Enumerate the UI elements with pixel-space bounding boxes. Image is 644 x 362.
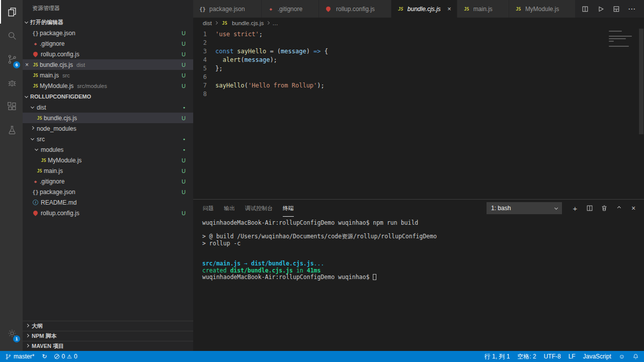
file-name: bundle.cjs.js [40, 61, 73, 68]
sync-icon: ↻ [42, 353, 47, 360]
open-editor-item[interactable]: JS main.js src U [23, 70, 193, 80]
tab-label: .gitignore [278, 6, 302, 13]
terminal-line: wuqinhaodeMacBook-Air:rollupConfigDemo w… [202, 220, 644, 227]
run-icon[interactable] [597, 6, 604, 13]
breadcrumb-segment[interactable]: dist [203, 20, 212, 26]
split-editor-icon[interactable] [582, 6, 589, 13]
tree-item-file[interactable]: JS main.js U [23, 165, 193, 176]
cursor-position[interactable]: 行 1, 列 1 [485, 352, 510, 361]
git-status-badge: U [182, 51, 186, 57]
line-number: 4 [193, 56, 215, 64]
split-terminal-icon[interactable] [586, 205, 593, 212]
tree-item-file[interactable]: JS MyModule.js U [23, 155, 193, 165]
terminal-dropdown-value: 1: bash [491, 205, 511, 212]
activity-manage-button[interactable]: 1 [0, 321, 23, 345]
tree-item-folder[interactable]: modules ● [23, 144, 193, 155]
tree-item-file-selected[interactable]: JS bundle.cjs.js U [23, 113, 193, 123]
extensions-icon [7, 101, 18, 112]
editor-scrollbar[interactable] [639, 29, 643, 134]
terminal[interactable]: wuqinhaodeMacBook-Air:rollupConfigDemo w… [193, 217, 644, 281]
panel-tab-debug-console[interactable]: 调试控制台 [245, 200, 273, 217]
terminal-line [202, 254, 644, 261]
open-editor-item[interactable]: rollup.config.js U [23, 49, 193, 59]
tree-item-folder[interactable]: node_modules [23, 123, 193, 134]
activity-search-button[interactable] [0, 24, 23, 47]
terminal-line: src/main.js → dist/bundle.cjs.js... [202, 260, 644, 267]
indentation-setting[interactable]: 空格: 2 [517, 352, 536, 361]
status-bar: master* ↻ 0 ⚠ 0 行 1, 列 1 空格: 2 UTF-8 LF … [0, 351, 644, 362]
chevron-right-icon [26, 324, 29, 327]
maximize-panel-icon[interactable] [615, 207, 622, 210]
open-editors-header[interactable]: 打开的编辑器 [23, 17, 193, 28]
tab-mymodule-js[interactable]: JS MyModule.js × [509, 0, 576, 18]
breadcrumb-segment[interactable]: bundle.cjs.js [232, 20, 264, 26]
activity-source-control-button[interactable]: 6 [0, 47, 23, 71]
tree-item-file[interactable]: rollup.config.js U [23, 208, 193, 218]
section-label: 大纲 [32, 322, 43, 330]
tab-rollup-config[interactable]: rollup.config.js × [319, 0, 391, 18]
terminal-dropdown[interactable]: 1: bash [487, 202, 562, 214]
section-outline[interactable]: 大纲 [23, 321, 193, 331]
chevron-down-icon [31, 105, 34, 109]
section-maven-projects[interactable]: MAVEN 项目 [23, 341, 193, 351]
chevron-down-icon [25, 20, 28, 23]
panel-tab-output[interactable]: 输出 [224, 200, 235, 217]
activity-debug-button[interactable] [0, 71, 23, 95]
tab-label: rollup.config.js [336, 6, 375, 13]
warning-icon: ⚠ [67, 354, 72, 359]
editor-group: {} package.json × ◆ .gitignore × rollup.… [193, 0, 644, 351]
workspace-root-header[interactable]: ROLLUPCONFIGDEMO [23, 91, 193, 102]
git-file-icon: ◆ [267, 7, 275, 12]
line-number: 1 [193, 30, 215, 39]
close-icon[interactable]: × [447, 5, 452, 13]
encoding-setting[interactable]: UTF-8 [544, 353, 561, 360]
chevron-down-icon [554, 206, 558, 209]
warning-count: 0 [74, 353, 77, 360]
more-actions-icon[interactable]: ··· [628, 6, 636, 13]
tree-item-folder[interactable]: src ● [23, 134, 193, 144]
tree-item-file[interactable]: ◆ .gitignore U [23, 176, 193, 187]
tree-item-folder[interactable]: dist ● [23, 102, 193, 113]
activity-explorer-button[interactable] [0, 0, 23, 24]
kill-terminal-icon[interactable] [601, 205, 608, 212]
sync-button[interactable]: ↻ [42, 353, 47, 360]
tab-main-js[interactable]: JS main.js × [457, 0, 509, 18]
eol-setting[interactable]: LF [569, 353, 576, 360]
panel-tab-terminal[interactable]: 终端 [283, 200, 294, 217]
tab-package-json[interactable]: {} package.json × [193, 0, 262, 18]
line-number: 6 [193, 73, 215, 81]
tab-gitignore[interactable]: ◆ .gitignore × [262, 0, 319, 18]
notifications-bell-icon[interactable] [632, 353, 639, 360]
activity-test-button[interactable] [0, 118, 23, 142]
code-editor[interactable]: 1'use strict'; 2 3const sayHello = (mess… [193, 29, 644, 199]
editor-layout-icon[interactable] [613, 6, 620, 13]
chevron-down-icon [31, 137, 34, 140]
open-editor-item[interactable]: JS MyModule.js src/modules U [23, 80, 193, 91]
close-icon[interactable]: × [23, 61, 31, 68]
problems-status[interactable]: 0 ⚠ 0 [54, 353, 77, 360]
git-branch-status[interactable]: master* [5, 353, 34, 360]
panel-tab-problems[interactable]: 问题 [203, 200, 214, 217]
minimap[interactable] [609, 31, 635, 48]
activity-extensions-button[interactable] [0, 95, 23, 118]
close-panel-icon[interactable]: × [630, 204, 637, 212]
open-editor-item[interactable]: {} package.json U [23, 28, 193, 38]
new-terminal-icon[interactable]: + [572, 204, 579, 213]
language-mode[interactable]: JavaScript [583, 353, 611, 360]
terminal-line [202, 247, 644, 254]
tree-item-file[interactable]: i README.md [23, 197, 193, 208]
js-icon: JS [31, 73, 40, 78]
breadcrumb-segment[interactable]: … [272, 20, 278, 26]
code-line: 4 alert(message); [193, 56, 644, 64]
feedback-smiley-icon[interactable]: ☺ [619, 353, 625, 360]
code-line: 6 [193, 73, 644, 81]
folder-name: node_modules [37, 125, 76, 132]
tab-bundle-cjs-active[interactable]: JS bundle.cjs.js × [391, 0, 457, 18]
debug-icon [7, 77, 18, 88]
section-npm-scripts[interactable]: NPM 脚本 [23, 331, 193, 341]
open-editor-item-active[interactable]: × JS bundle.cjs.js dist U [23, 59, 193, 70]
git-status-badge: U [182, 115, 186, 121]
tree-item-file[interactable]: {} package.json U [23, 187, 193, 197]
open-editor-item[interactable]: ◆ .gitignore U [23, 38, 193, 49]
rollup-icon [325, 6, 332, 12]
